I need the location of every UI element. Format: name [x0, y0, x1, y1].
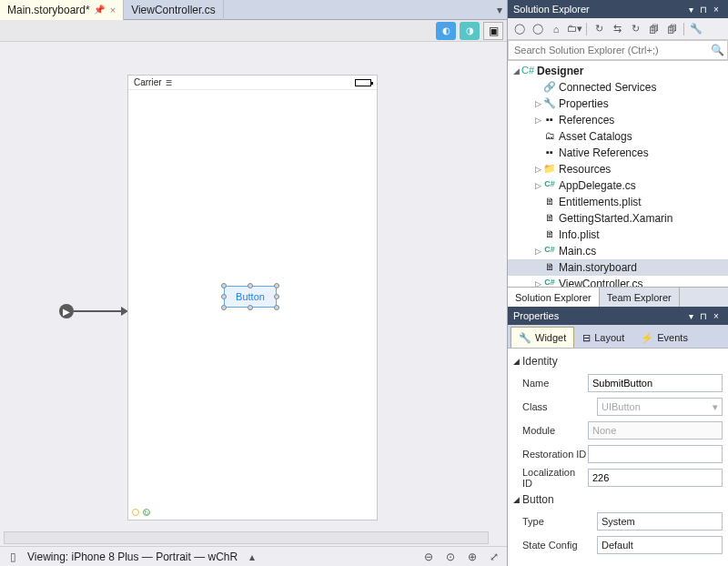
close-icon[interactable]: ×	[710, 311, 723, 321]
resize-handle-s[interactable]	[248, 305, 253, 310]
device-frame[interactable]: Carrier Button ↻	[127, 75, 378, 521]
tree-item[interactable]: ▪▪Native References	[508, 145, 728, 161]
back-icon[interactable]: ◯	[511, 21, 528, 37]
refs-icon: ▪▪	[542, 147, 557, 159]
refresh-icon[interactable]: ↻	[591, 21, 607, 37]
stateconfig-select[interactable]: Default	[597, 536, 723, 554]
pin-icon[interactable]: ⊓	[697, 311, 710, 321]
name-input[interactable]	[588, 374, 723, 392]
close-icon[interactable]: ×	[710, 5, 723, 15]
chevron-up-icon[interactable]: ▴	[245, 550, 259, 564]
horizontal-scrollbar[interactable]	[4, 531, 489, 544]
uibutton-selected[interactable]: Button	[224, 286, 277, 308]
device-icon: ▯	[5, 550, 20, 564]
properties-icon[interactable]: 🗐	[645, 21, 662, 37]
document-tabstrip: Main.storyboard* 📌 × ViewController.cs ▾	[0, 0, 507, 20]
tree-item[interactable]: 🔗Connected Services	[508, 79, 728, 96]
entry-point-indicator[interactable]: ▶	[59, 304, 128, 318]
row-restoration: Restoration ID	[522, 443, 723, 465]
pin-icon[interactable]: 📌	[94, 5, 105, 15]
tree-label: AppDelegate.cs	[559, 179, 636, 192]
device-content[interactable]: Button	[128, 90, 377, 509]
device-statusbar: Carrier	[128, 76, 377, 90]
file-icon: 🗎	[542, 261, 557, 274]
tab-layout[interactable]: ⊟Layout	[574, 327, 632, 348]
tree-item[interactable]: 🗎Main.storyboard	[508, 259, 728, 276]
search-icon[interactable]: 🔍	[711, 44, 724, 56]
tree-item[interactable]: ▷▪▪References	[508, 112, 728, 128]
tree-root[interactable]: ◢C# Designer	[508, 63, 728, 79]
forward-icon[interactable]: ◯	[530, 21, 546, 37]
outline-toggle-button[interactable]: ▣	[483, 22, 503, 40]
tree-label: GettingStarted.Xamarin	[559, 212, 672, 225]
panel-menu-icon[interactable]: ▾	[684, 311, 697, 321]
resize-handle-sw[interactable]	[221, 305, 227, 310]
home-icon[interactable]: ⌂	[548, 21, 564, 37]
section-button[interactable]: ◢Button	[513, 490, 723, 509]
resize-handle-ne[interactable]	[274, 283, 279, 288]
properties-panel: Properties ▾ ⊓ × 🔧Widget ⊟Layout ⚡Events…	[508, 307, 728, 566]
wrench-icon[interactable]: 🔧	[688, 21, 704, 37]
tab-team-explorer[interactable]: Team Explorer	[600, 288, 680, 307]
tab-main-storyboard[interactable]: Main.storyboard* 📌 ×	[0, 0, 124, 20]
tab-solution-explorer[interactable]: Solution Explorer	[508, 288, 600, 307]
type-select[interactable]: System	[597, 512, 723, 531]
tree-item[interactable]: 🗎Info.plist	[508, 227, 728, 243]
close-icon[interactable]: ×	[110, 5, 116, 15]
tab-events[interactable]: ⚡Events	[632, 327, 696, 348]
preview-icon[interactable]: 🗐	[663, 21, 680, 37]
tree-item[interactable]: 🗎Entitlements.plist	[508, 194, 728, 210]
search-input[interactable]	[508, 40, 728, 60]
tab-widget[interactable]: 🔧Widget	[511, 327, 574, 348]
tree-label: Asset Catalogs	[559, 130, 632, 143]
refresh-button[interactable]: ◑	[460, 22, 480, 40]
zoom-out-icon[interactable]: ⊖	[421, 550, 436, 564]
sync-icon[interactable]: 🗀▾	[566, 21, 582, 37]
battery-icon	[355, 79, 371, 86]
localization-input[interactable]	[588, 469, 723, 487]
tree-item[interactable]: 🗂Asset Catalogs	[508, 128, 728, 145]
tree-label: Main.cs	[559, 245, 596, 258]
tree-item[interactable]: ▷📁Resources	[508, 161, 728, 177]
row-name: Name	[522, 372, 723, 394]
show-all-icon[interactable]: ↻	[627, 21, 643, 37]
resize-handle-nw[interactable]	[221, 283, 227, 288]
tree-item[interactable]: ▷C#ViewController.cs	[508, 276, 728, 287]
resize-handle-se[interactable]	[274, 305, 279, 310]
class-select[interactable]: UIButton▾	[597, 398, 723, 416]
tabs-dropdown-icon[interactable]: ▾	[492, 4, 507, 16]
panel-menu-icon[interactable]: ▾	[684, 5, 697, 15]
layout-icon: ⊟	[582, 332, 591, 344]
resize-handle-w[interactable]	[221, 294, 227, 299]
zoom-reset-icon[interactable]: ⊙	[443, 550, 458, 564]
restoration-input[interactable]	[588, 445, 723, 463]
solution-explorer-header[interactable]: Solution Explorer ▾ ⊓ ×	[508, 0, 728, 18]
cycle-dot-icon[interactable]: ↻	[143, 509, 150, 516]
module-input[interactable]	[588, 421, 723, 440]
design-viewport[interactable]: ▶ Carrier Button	[0, 42, 507, 546]
pin-icon[interactable]: ⊓	[697, 5, 710, 15]
tree-item[interactable]: ▷🔧Properties	[508, 96, 728, 112]
warning-dot-icon[interactable]	[132, 509, 139, 516]
tree-item[interactable]: ▷C#Main.cs	[508, 243, 728, 259]
solution-tree[interactable]: ◢C# Designer 🔗Connected Services▷🔧Proper…	[508, 61, 728, 287]
tree-item[interactable]: ▷C#AppDelegate.cs	[508, 177, 728, 194]
zoom-in-icon[interactable]: ⊕	[465, 550, 480, 564]
resize-handle-n[interactable]	[248, 283, 253, 288]
folder-icon: 📁	[542, 163, 557, 176]
resize-handle-e[interactable]	[274, 294, 279, 299]
tab-viewcontroller[interactable]: ViewController.cs	[124, 0, 223, 20]
zoom-extents-button[interactable]: ◐	[436, 22, 456, 40]
fit-icon[interactable]: ⤢	[487, 550, 501, 564]
tree-item[interactable]: 🗎GettingStarted.Xamarin	[508, 210, 728, 227]
wrench-icon: 🔧	[519, 332, 531, 344]
section-identity[interactable]: ◢Identity	[513, 352, 723, 370]
properties-tabs: 🔧Widget ⊟Layout ⚡Events	[508, 325, 728, 349]
tree-label: References	[559, 114, 614, 126]
right-panels: Solution Explorer ▾ ⊓ × ◯ ◯ ⌂ 🗀▾ ↻ ⇆ ↻ 🗐…	[507, 0, 728, 566]
collapse-icon[interactable]: ⇆	[609, 21, 625, 37]
tree-label: ViewController.cs	[559, 278, 642, 287]
tree-label: Properties	[559, 97, 609, 110]
properties-header[interactable]: Properties ▾ ⊓ ×	[508, 307, 728, 325]
file-icon: 🗎	[542, 228, 557, 241]
